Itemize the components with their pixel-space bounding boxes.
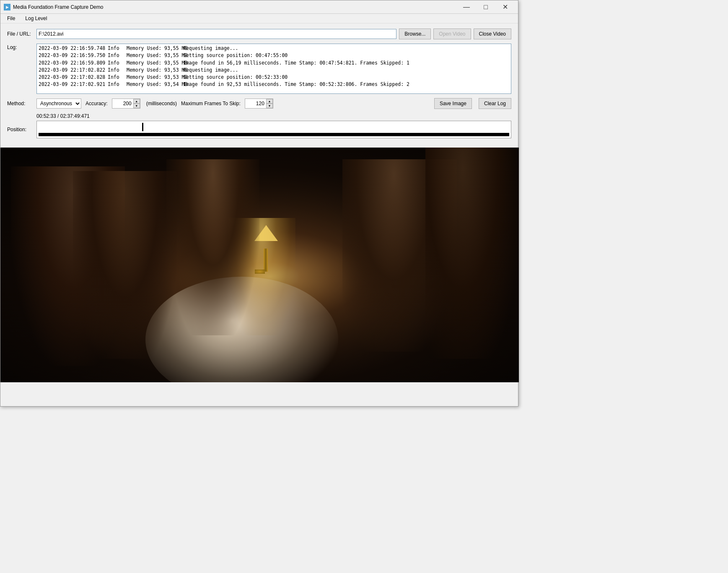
person-far-right xyxy=(425,148,519,359)
position-scrollbar[interactable] xyxy=(39,133,509,136)
content-area: File / URL: Browse... Open Video Close V… xyxy=(0,23,518,148)
main-window: ▶ Media Foundation Frame Capture Demo — … xyxy=(0,0,518,407)
position-time: 00:52:33 / 02:37:49:471 xyxy=(36,113,511,119)
open-video-button[interactable]: Open Video xyxy=(433,29,471,39)
log-entry-3: 2022-03-09 22:17:02.822 Info Memory Used… xyxy=(38,67,510,74)
position-track[interactable] xyxy=(39,123,509,131)
max-frames-spinner-buttons: ▲ ▼ xyxy=(266,99,273,108)
menu-file[interactable]: File xyxy=(4,15,18,22)
menubar: File Log Level xyxy=(0,14,518,23)
method-select[interactable]: Asynchronous Synchronous xyxy=(36,99,81,109)
max-frames-spinner[interactable]: ▲ ▼ xyxy=(245,99,273,109)
position-section: 00:52:33 / 02:37:49:471 Position: xyxy=(7,113,511,138)
titlebar-controls: — □ ✕ xyxy=(457,0,515,14)
max-frames-up-button[interactable]: ▲ xyxy=(266,99,273,104)
accuracy-up-button[interactable]: ▲ xyxy=(133,99,140,104)
video-scene xyxy=(0,148,519,382)
app-icon: ▶ xyxy=(4,4,10,10)
method-label: Method: xyxy=(7,101,32,106)
video-area xyxy=(0,148,519,382)
minimize-button[interactable]: — xyxy=(457,0,476,14)
accuracy-units: (milliseconds) xyxy=(146,101,177,106)
accuracy-input[interactable] xyxy=(112,99,133,108)
save-image-button[interactable]: Save Image xyxy=(434,98,472,109)
titlebar: ▶ Media Foundation Frame Capture Demo — … xyxy=(0,0,518,14)
maximize-button[interactable]: □ xyxy=(476,0,495,14)
log-entry-1: 2022-03-09 22:16:59.750 Info Memory Used… xyxy=(38,52,510,59)
position-label: Position: xyxy=(7,127,36,132)
max-frames-input[interactable] xyxy=(245,99,266,108)
log-entry-2: 2022-03-09 22:16:59.809 Info Memory Used… xyxy=(38,60,510,67)
menu-log-level[interactable]: Log Level xyxy=(22,15,50,22)
browse-button[interactable]: Browse... xyxy=(399,29,431,39)
log-entry-4: 2022-03-09 22:17:02.828 Info Memory Used… xyxy=(38,74,510,81)
max-frames-label: Maximum Frames To Skip: xyxy=(181,101,241,106)
close-button[interactable]: ✕ xyxy=(495,0,515,14)
log-box[interactable]: 2022-03-09 22:16:59.748 Info Memory Used… xyxy=(36,44,511,94)
log-entry-0: 2022-03-09 22:16:59.748 Info Memory Used… xyxy=(38,45,510,52)
accuracy-spinner-buttons: ▲ ▼ xyxy=(133,99,140,108)
file-url-input[interactable] xyxy=(36,29,396,39)
max-frames-down-button[interactable]: ▼ xyxy=(266,104,273,108)
person-mid-left xyxy=(73,171,176,359)
position-thumb xyxy=(142,123,143,131)
accuracy-spinner[interactable]: ▲ ▼ xyxy=(112,99,140,109)
close-video-button[interactable]: Close Video xyxy=(474,29,512,39)
window-title: Media Foundation Frame Capture Demo xyxy=(13,4,457,10)
log-area: Log: 2022-03-09 22:16:59.748 Info Memory… xyxy=(7,44,511,94)
file-url-label: File / URL: xyxy=(7,31,36,37)
position-track-container[interactable] xyxy=(36,121,511,138)
accuracy-label: Accuracy: xyxy=(85,101,108,106)
controls-row: Method: Asynchronous Synchronous Accurac… xyxy=(7,98,511,109)
position-row: Position: xyxy=(7,121,511,138)
file-url-row: File / URL: Browse... Open Video Close V… xyxy=(7,29,511,39)
log-entry-5: 2022-03-09 22:17:02.921 Info Memory Used… xyxy=(38,81,510,88)
accuracy-down-button[interactable]: ▼ xyxy=(133,104,140,108)
clear-log-button[interactable]: Clear Log xyxy=(479,98,511,109)
lamp-post xyxy=(264,249,268,272)
log-label: Log: xyxy=(7,44,36,50)
person-center xyxy=(166,159,260,335)
